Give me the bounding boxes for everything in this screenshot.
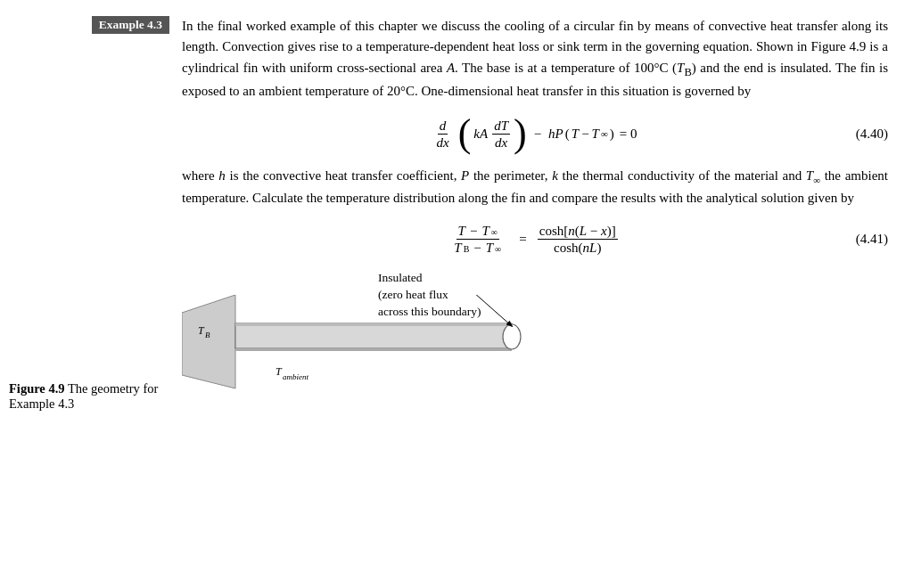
fin-diagram: T B T ambient — [182, 295, 610, 393]
eq441-number: (4.41) — [856, 232, 888, 247]
svg-text:ambient: ambient — [283, 372, 308, 381]
svg-marker-2 — [235, 323, 512, 326]
figure-label: Figure 4.9 — [9, 381, 65, 396]
eq440-number: (4.40) — [856, 127, 888, 142]
equation-440: d dx ( kA dT dx ) − hP ( T − T ∞ ) = 0 — [182, 114, 888, 153]
main-paragraph: In the final worked example of this chap… — [182, 16, 888, 102]
svg-marker-0 — [182, 295, 235, 388]
svg-rect-1 — [235, 323, 512, 348]
svg-text:B: B — [205, 331, 210, 339]
equation-441: T − T∞ TB − T∞ = cosh[n(L − x)] cosh(nL) — [182, 223, 888, 256]
svg-line-5 — [458, 295, 512, 326]
svg-point-4 — [503, 324, 521, 349]
where-paragraph: where h is the convective heat transfer … — [182, 166, 888, 208]
svg-marker-3 — [235, 348, 512, 351]
example-badge: Example 4.3 — [92, 16, 169, 34]
figure-area: Insulated (zero heat flux across this bo… — [182, 270, 888, 404]
svg-text:T: T — [276, 365, 283, 378]
